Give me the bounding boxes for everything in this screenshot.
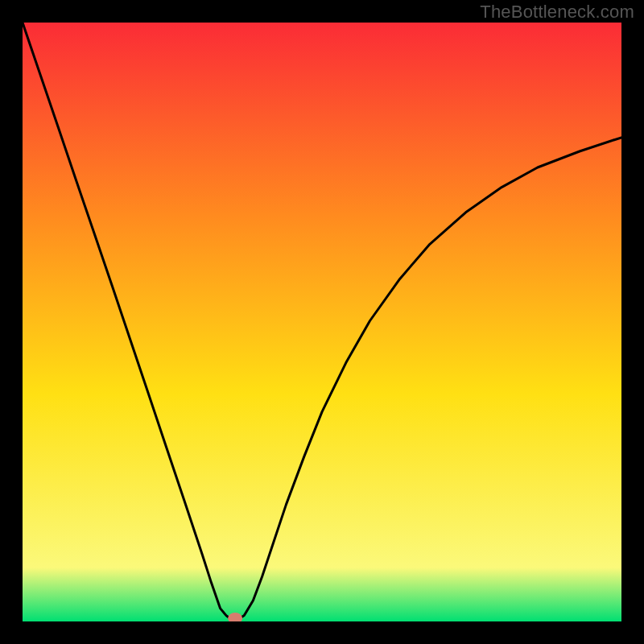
chart-frame: TheBottleneck.com [0,0,644,644]
plot-background [23,23,621,621]
watermark-label: TheBottleneck.com [480,2,634,23]
plot-area [23,23,621,621]
bottleneck-chart [23,23,621,621]
